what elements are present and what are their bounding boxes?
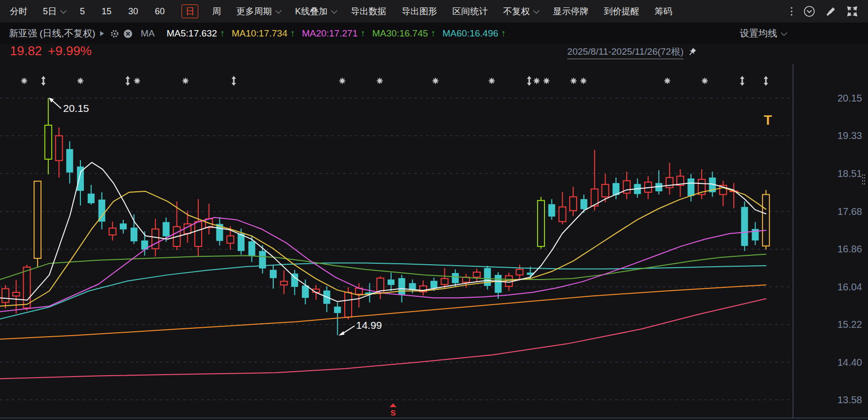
- button-interval-stats[interactable]: 区间统计: [452, 5, 488, 17]
- candle[interactable]: [420, 280, 427, 296]
- panel-resize-handle[interactable]: [862, 174, 866, 186]
- tab-minute-chart[interactable]: 分时: [10, 5, 28, 17]
- news-star-icon[interactable]: [339, 78, 345, 84]
- tab-5min[interactable]: 5: [80, 6, 85, 17]
- candle[interactable]: [13, 280, 20, 314]
- candle[interactable]: [365, 283, 374, 302]
- candle[interactable]: [216, 217, 223, 245]
- candle[interactable]: [698, 169, 705, 199]
- candle[interactable]: [473, 269, 480, 282]
- candle[interactable]: [516, 265, 523, 280]
- candle[interactable]: [88, 185, 95, 205]
- candle[interactable]: [34, 181, 41, 268]
- updown-arrow-icon[interactable]: [126, 76, 130, 86]
- news-star-icon[interactable]: [21, 78, 27, 84]
- candle[interactable]: [195, 199, 202, 256]
- brush-icon[interactable]: [826, 6, 836, 17]
- button-price-alert[interactable]: 到价提醒: [604, 5, 639, 17]
- circle-chevron-down-icon[interactable]: [803, 5, 816, 18]
- updown-arrow-icon[interactable]: [740, 76, 745, 86]
- candle[interactable]: [281, 270, 288, 294]
- candle[interactable]: [120, 220, 127, 234]
- candle[interactable]: [56, 128, 63, 178]
- candle[interactable]: [441, 268, 448, 289]
- candle[interactable]: [2, 285, 9, 309]
- candle[interactable]: [291, 270, 298, 295]
- updown-arrow-icon[interactable]: [764, 76, 768, 86]
- candle[interactable]: [45, 98, 52, 175]
- candle[interactable]: [666, 163, 673, 194]
- candle[interactable]: [538, 197, 544, 248]
- menu-no-adjust[interactable]: 不复权: [503, 5, 538, 17]
- tab-30min[interactable]: 30: [128, 6, 138, 17]
- button-show-suspended[interactable]: 显示停牌: [553, 5, 588, 17]
- button-export-data[interactable]: 导出数据: [351, 5, 386, 17]
- candle[interactable]: [729, 183, 738, 208]
- news-star-icon[interactable]: [534, 78, 540, 84]
- pin-icon[interactable]: [687, 47, 697, 58]
- news-star-icon[interactable]: [77, 78, 83, 84]
- more-dots-icon[interactable]: [790, 6, 793, 17]
- stock-title[interactable]: 新亚强 (日线,不复权): [9, 27, 95, 40]
- news-star-icon[interactable]: [580, 78, 586, 84]
- candle[interactable]: [66, 141, 73, 184]
- candle[interactable]: [259, 245, 266, 274]
- updown-arrow-icon[interactable]: [41, 76, 46, 86]
- t-signal-flag[interactable]: T: [764, 113, 772, 128]
- close-icon[interactable]: [123, 29, 133, 38]
- chevron-down-icon: [60, 7, 67, 14]
- news-star-icon[interactable]: [702, 78, 708, 84]
- sell-signal-flag[interactable]: s: [390, 407, 396, 418]
- candle[interactable]: [324, 286, 330, 312]
- ma-indicator-label[interactable]: MA: [141, 28, 155, 39]
- axis-price-label: 15.22: [837, 319, 862, 330]
- candle[interactable]: [548, 199, 555, 220]
- candle[interactable]: [377, 276, 384, 299]
- kline-chart[interactable]: 20.1519.3318.5117.6816.8616.0415.2214.40…: [0, 0, 868, 420]
- news-star-icon[interactable]: [571, 78, 577, 84]
- news-star-icon[interactable]: [377, 78, 383, 84]
- triangle-right-icon[interactable]: [100, 31, 104, 36]
- gear-icon[interactable]: [110, 29, 119, 38]
- news-star-icon[interactable]: [182, 78, 188, 84]
- ma-settings-button[interactable]: 设置均线: [740, 27, 785, 40]
- candle[interactable]: [687, 174, 694, 202]
- up-arrow-icon: ↑: [290, 28, 295, 39]
- candle[interactable]: [559, 192, 566, 224]
- candle[interactable]: [752, 222, 759, 245]
- candle[interactable]: [741, 202, 748, 251]
- news-star-icon[interactable]: [134, 78, 140, 84]
- menu-kline-overlay[interactable]: K线叠加: [295, 5, 335, 17]
- candle[interactable]: [655, 170, 662, 194]
- date-range-selector[interactable]: 2025/8/11-2025/11/26(72根): [567, 45, 697, 59]
- candle[interactable]: [591, 150, 598, 210]
- candle[interactable]: [131, 214, 138, 245]
- candle[interactable]: [484, 266, 491, 289]
- candle[interactable]: [109, 222, 116, 241]
- updown-arrow-icon[interactable]: [527, 76, 532, 86]
- tab-15min[interactable]: 15: [102, 6, 111, 17]
- date-range-text[interactable]: 2025/8/11-2025/11/26(72根): [567, 45, 684, 59]
- candle[interactable]: [452, 269, 459, 286]
- candle[interactable]: [270, 265, 277, 288]
- news-star-icon[interactable]: [664, 78, 670, 84]
- updown-arrow-icon[interactable]: [232, 76, 236, 86]
- button-export-image[interactable]: 导出图形: [401, 5, 437, 17]
- news-star-icon[interactable]: [489, 78, 495, 84]
- expand-icon[interactable]: [846, 5, 858, 17]
- candle[interactable]: [388, 273, 395, 291]
- tab-daily-active[interactable]: 日: [181, 4, 198, 18]
- candle[interactable]: [762, 190, 769, 249]
- button-chips[interactable]: 筹码: [654, 5, 672, 17]
- annotation-arrow: [52, 100, 61, 108]
- candle[interactable]: [720, 181, 726, 206]
- menu-more-periods[interactable]: 更多周期: [236, 5, 280, 17]
- news-star-icon[interactable]: [433, 78, 438, 84]
- candle[interactable]: [623, 172, 630, 199]
- tab-5day[interactable]: 5日: [43, 5, 65, 17]
- news-star-icon[interactable]: [543, 78, 549, 84]
- tab-weekly[interactable]: 周: [212, 5, 221, 17]
- candle[interactable]: [98, 192, 105, 229]
- tab-60min[interactable]: 60: [155, 6, 165, 17]
- candle[interactable]: [495, 272, 502, 299]
